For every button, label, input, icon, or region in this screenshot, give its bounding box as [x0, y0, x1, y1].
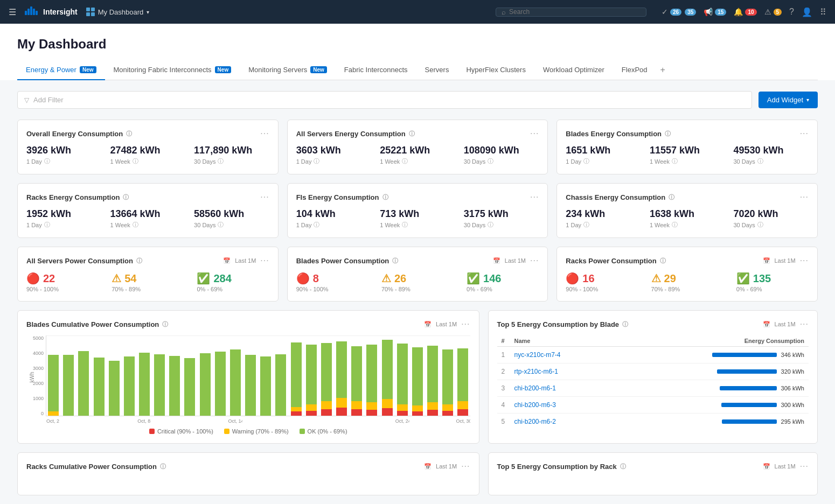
legend-ok: OK (0% - 69%): [300, 428, 347, 435]
info-icon-small[interactable]: ⓘ: [218, 221, 224, 229]
info-icon-small[interactable]: ⓘ: [218, 157, 224, 165]
tab-energy-power[interactable]: Energy & Power New: [17, 60, 105, 80]
row-num: 1: [497, 347, 510, 363]
info-icon-small[interactable]: ⓘ: [672, 221, 678, 229]
tab-hyperflex[interactable]: HyperFlex Clusters: [457, 60, 534, 80]
dashboard-selector[interactable]: My Dashboard ▾: [86, 8, 150, 16]
widget-menu-button[interactable]: ···: [461, 319, 470, 329]
energy-value: 346 kWh: [781, 352, 804, 358]
info-icon[interactable]: ⓘ: [392, 257, 398, 265]
bar-group: [198, 335, 212, 416]
top-navigation: ☰ Intersight My Dashboard ▾ ⌕ ✓ 26 35: [0, 0, 835, 24]
tab-label: Monitoring Fabric Interconnects: [114, 66, 212, 74]
fis-energy-widget: FIs Energy Consumption ⓘ ··· 104 kWh 1 D…: [287, 183, 548, 238]
widget-menu-button[interactable]: ···: [461, 461, 470, 471]
search-input[interactable]: [509, 8, 641, 16]
add-widget-label: Add Widget: [767, 96, 803, 104]
widget-menu-button[interactable]: ···: [530, 192, 539, 202]
info-icon-small[interactable]: ⓘ: [757, 157, 763, 165]
add-widget-button[interactable]: Add Widget ▾: [759, 92, 818, 108]
widget-menu-button[interactable]: ···: [800, 256, 809, 265]
info-icon-small[interactable]: ⓘ: [488, 221, 493, 229]
info-icon[interactable]: ⓘ: [409, 130, 415, 138]
help-icon[interactable]: ?: [789, 7, 794, 17]
apps-grid-icon[interactable]: ⠿: [820, 7, 826, 17]
check-circle-icon: ✓: [662, 8, 668, 16]
tab-flexpod[interactable]: FlexPod: [613, 60, 656, 80]
filter-input-container[interactable]: ▽ Add Filter: [17, 91, 752, 109]
info-icon-small[interactable]: ⓘ: [44, 157, 50, 165]
bell-count: 10: [745, 9, 756, 16]
search-bar[interactable]: ⌕: [496, 8, 646, 17]
bar-seg-ok: [230, 349, 241, 416]
stat-label: 1 Week ⓘ: [650, 157, 725, 165]
info-icon[interactable]: ⓘ: [622, 320, 628, 328]
widget-menu-button[interactable]: ···: [260, 192, 269, 202]
info-icon-small[interactable]: ⓘ: [314, 157, 319, 165]
widget-menu-button[interactable]: ···: [800, 129, 809, 138]
info-icon[interactable]: ⓘ: [382, 193, 388, 201]
info-icon-small[interactable]: ⓘ: [583, 157, 589, 165]
energy-stats: 104 kWh 1 Day ⓘ 713 kWh 1 Week ⓘ: [296, 208, 539, 229]
widget-menu-button[interactable]: ···: [530, 129, 539, 138]
bar-seg-ok: [291, 342, 302, 407]
x-axis-label: [350, 418, 364, 424]
widget-menu-button[interactable]: ···: [800, 461, 809, 471]
info-icon-small[interactable]: ⓘ: [133, 157, 138, 165]
stat-value: 58560 kWh: [194, 208, 269, 220]
stat-label: 30 Days ⓘ: [733, 221, 809, 229]
check-icon-badge[interactable]: ✓ 26 35: [662, 8, 696, 16]
bar-seg-warning: [48, 411, 59, 416]
tab-workload[interactable]: Workload Optimizer: [534, 60, 613, 80]
info-icon[interactable]: ⓘ: [660, 257, 666, 265]
blade-name-link[interactable]: chi-b200-m6-1: [514, 384, 556, 392]
warning-badge[interactable]: ⚠ 5: [764, 8, 782, 16]
user-icon[interactable]: 👤: [802, 7, 812, 17]
info-icon[interactable]: ⓘ: [665, 130, 671, 138]
tab-monitoring-servers[interactable]: Monitoring Servers New: [240, 60, 336, 80]
blade-name-link[interactable]: chi-b200-m6-2: [514, 418, 556, 425]
stat-label: 1 Day ⓘ: [566, 221, 641, 229]
info-icon-small[interactable]: ⓘ: [133, 221, 138, 229]
tab-fabric-interconnects[interactable]: Fabric Interconnects: [336, 60, 416, 80]
energy-stats: 1651 kWh 1 Day ⓘ 11557 kWh 1 Week ⓘ: [566, 145, 809, 165]
info-icon[interactable]: ⓘ: [136, 257, 142, 265]
blade-name-link[interactable]: nyc-x210c-m7-4: [514, 351, 561, 359]
widget-title: All Servers Energy Consumption ⓘ: [296, 130, 415, 138]
info-icon[interactable]: ⓘ: [126, 130, 132, 138]
stat-value: 13664 kWh: [110, 208, 186, 220]
bar-seg-ok: [78, 351, 89, 416]
stat-1week: 27482 kWh 1 Week ⓘ: [110, 145, 186, 165]
add-tab-button[interactable]: +: [656, 61, 670, 79]
bell-badge[interactable]: 🔔 10: [734, 8, 756, 16]
info-icon-small[interactable]: ⓘ: [672, 157, 678, 165]
info-icon[interactable]: ⓘ: [123, 193, 129, 201]
info-icon[interactable]: ⓘ: [160, 463, 166, 471]
tab-label: Servers: [425, 66, 449, 74]
widget-menu-button[interactable]: ···: [260, 129, 269, 138]
svg-rect-7: [86, 12, 90, 16]
info-icon[interactable]: ⓘ: [669, 193, 674, 201]
info-icon[interactable]: ⓘ: [620, 463, 626, 471]
widget-menu-button[interactable]: ···: [530, 256, 539, 265]
tab-servers[interactable]: Servers: [416, 60, 458, 80]
info-icon-small[interactable]: ⓘ: [402, 221, 408, 229]
info-icon-small[interactable]: ⓘ: [44, 221, 50, 229]
tab-badge-servers: New: [310, 66, 327, 73]
blade-name-link[interactable]: chi-b200-m6-3: [514, 401, 556, 409]
widget-menu-button[interactable]: ···: [800, 192, 809, 202]
x-axis-label: [183, 418, 197, 424]
info-icon-small[interactable]: ⓘ: [402, 157, 408, 165]
info-icon-small[interactable]: ⓘ: [488, 157, 493, 165]
hamburger-menu-icon[interactable]: ☰: [9, 7, 16, 17]
info-icon[interactable]: ⓘ: [162, 320, 168, 328]
tab-monitoring-fabric[interactable]: Monitoring Fabric Interconnects New: [105, 60, 240, 80]
row-energy: 346 kWh: [615, 347, 809, 363]
widget-menu-button[interactable]: ···: [800, 319, 809, 329]
blade-name-link[interactable]: rtp-x210c-m6-1: [514, 368, 558, 375]
megaphone-badge[interactable]: 📢 15: [704, 8, 726, 16]
info-icon-small[interactable]: ⓘ: [314, 221, 319, 229]
widget-menu-button[interactable]: ···: [260, 256, 269, 265]
info-icon-small[interactable]: ⓘ: [583, 221, 589, 229]
info-icon-small[interactable]: ⓘ: [757, 221, 763, 229]
